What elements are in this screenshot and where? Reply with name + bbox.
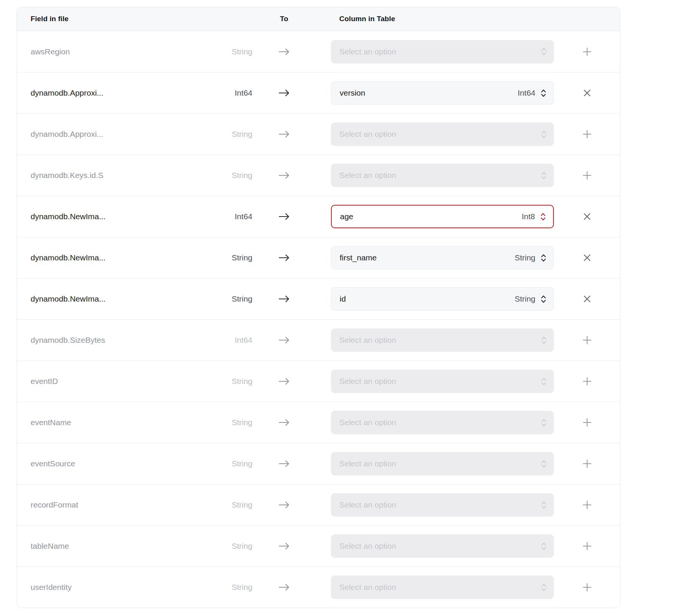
add-mapping-button[interactable]	[578, 413, 596, 432]
updown-chevron-icon	[541, 129, 547, 139]
right-arrow-icon	[252, 582, 316, 592]
column-select[interactable]: Select an option	[331, 534, 554, 558]
field-name: eventName	[31, 418, 229, 427]
column-select-type: String	[515, 253, 535, 262]
mapping-row: eventID String Select an option	[17, 361, 620, 402]
column-select-value: version	[340, 88, 365, 98]
column-select[interactable]: Select an option	[331, 164, 554, 187]
right-arrow-icon	[252, 376, 316, 386]
remove-mapping-button[interactable]	[578, 290, 596, 308]
field-type: String	[229, 459, 252, 468]
add-mapping-button[interactable]	[578, 372, 596, 390]
field-type: String	[229, 171, 252, 180]
updown-chevron-icon	[541, 582, 547, 593]
field-type: Int64	[229, 336, 252, 345]
remove-mapping-button[interactable]	[578, 249, 596, 267]
header-column-in-table: Column in Table	[331, 15, 554, 23]
column-select[interactable]: version Int64	[331, 81, 554, 105]
header-to: To	[252, 15, 316, 23]
updown-chevron-icon	[540, 294, 547, 304]
column-select-value: Select an option	[339, 130, 396, 139]
add-mapping-button[interactable]	[578, 537, 596, 555]
field-name: dynamodb.SizeBytes	[31, 336, 229, 345]
column-select-value: Select an option	[339, 47, 396, 56]
right-arrow-icon	[252, 418, 316, 427]
column-select-type: Int64	[518, 88, 535, 98]
column-select[interactable]: Select an option	[331, 40, 554, 63]
header-field-in-file: Field in file	[31, 15, 229, 23]
column-select[interactable]: Select an option	[331, 493, 554, 517]
column-select-value: Select an option	[339, 542, 396, 551]
field-name: dynamodb.Approxi...	[31, 130, 229, 139]
updown-chevron-icon	[540, 253, 547, 263]
column-select-value: Select an option	[339, 583, 396, 592]
column-select[interactable]: Select an option	[331, 328, 554, 352]
field-type: String	[229, 418, 252, 427]
field-name: recordFormat	[31, 500, 229, 509]
updown-chevron-icon	[541, 376, 547, 387]
field-type: String	[229, 294, 252, 303]
mapping-row: dynamodb.Keys.id.S String Select an opti…	[17, 155, 620, 196]
field-name: dynamodb.NewIma...	[31, 212, 229, 221]
mapping-row: dynamodb.SizeBytes Int64 Select an optio…	[17, 319, 620, 361]
field-name: dynamodb.Keys.id.S	[31, 171, 229, 180]
right-arrow-icon	[252, 459, 316, 469]
column-select-type: Int8	[522, 212, 535, 221]
field-name: dynamodb.NewIma...	[31, 294, 229, 303]
mapping-row: dynamodb.NewIma... String id String	[17, 278, 620, 319]
column-select-value: Select an option	[339, 336, 396, 345]
updown-chevron-icon	[541, 46, 547, 57]
right-arrow-icon	[252, 541, 316, 551]
mapping-row: dynamodb.NewIma... Int64 age Int8	[17, 196, 620, 237]
add-mapping-button[interactable]	[578, 125, 596, 143]
column-select-value: id	[340, 294, 346, 303]
field-type: String	[229, 253, 252, 262]
column-select-value: Select an option	[339, 418, 396, 427]
right-arrow-icon	[252, 500, 316, 510]
mapping-row: eventName String Select an option	[17, 402, 620, 443]
updown-chevron-icon	[541, 170, 547, 181]
right-arrow-icon	[252, 212, 316, 221]
add-mapping-button[interactable]	[578, 166, 596, 184]
mapping-row: dynamodb.NewIma... String first_name Str…	[17, 237, 620, 278]
column-select[interactable]: Select an option	[331, 370, 554, 393]
column-select[interactable]: Select an option	[331, 576, 554, 599]
field-type: String	[229, 542, 252, 551]
mapping-table-header: Field in file To Column in Table	[17, 7, 620, 31]
field-name: dynamodb.Approxi...	[31, 88, 229, 98]
mapping-row: dynamodb.Approxi... String Select an opt…	[17, 113, 620, 155]
column-select-value: first_name	[340, 253, 377, 262]
add-mapping-button[interactable]	[578, 331, 596, 349]
field-name: awsRegion	[31, 47, 229, 56]
field-type: String	[229, 130, 252, 139]
field-type: Int64	[229, 212, 252, 221]
column-select[interactable]: Select an option	[331, 122, 554, 146]
updown-chevron-icon	[541, 541, 547, 551]
column-select[interactable]: Select an option	[331, 411, 554, 434]
updown-chevron-icon	[540, 212, 546, 222]
column-select-value: Select an option	[339, 459, 396, 468]
column-select[interactable]: Select an option	[331, 452, 554, 475]
field-type: String	[229, 500, 252, 509]
right-arrow-icon	[252, 170, 316, 180]
column-select[interactable]: id String	[331, 287, 554, 311]
add-mapping-button[interactable]	[578, 455, 596, 473]
column-select[interactable]: age Int8	[331, 205, 554, 228]
remove-mapping-button[interactable]	[578, 84, 596, 102]
column-select[interactable]: first_name String	[331, 246, 554, 269]
mapping-rows: awsRegion String Select an option	[17, 31, 620, 608]
add-mapping-button[interactable]	[578, 496, 596, 514]
mapping-row: eventSource String Select an option	[17, 443, 620, 484]
add-mapping-button[interactable]	[578, 578, 596, 596]
right-arrow-icon	[252, 129, 316, 139]
right-arrow-icon	[252, 253, 316, 263]
field-mapping-panel: Field in file To Column in Table awsRegi…	[17, 7, 620, 608]
column-select-value: Select an option	[339, 377, 396, 386]
remove-mapping-button[interactable]	[578, 207, 596, 226]
field-type: String	[229, 377, 252, 386]
field-name: tableName	[31, 542, 229, 551]
add-mapping-button[interactable]	[578, 43, 596, 61]
field-name: eventSource	[31, 459, 229, 468]
column-select-value: Select an option	[339, 171, 396, 180]
column-select-value: age	[340, 212, 353, 221]
